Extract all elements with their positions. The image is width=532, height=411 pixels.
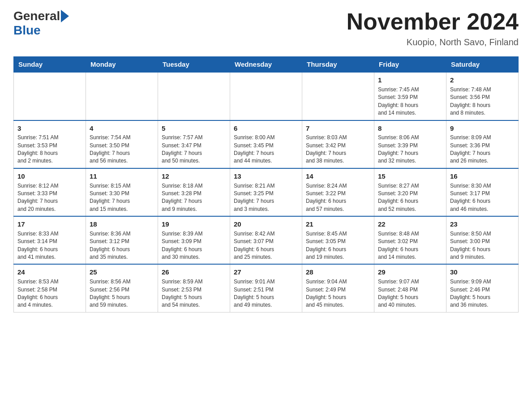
day-number: 3 xyxy=(17,124,82,133)
calendar-week-row: 3Sunrise: 7:51 AMSunset: 3:53 PMDaylight… xyxy=(14,120,519,168)
calendar-cell: 26Sunrise: 8:59 AMSunset: 2:53 PMDayligh… xyxy=(158,264,230,312)
day-number: 5 xyxy=(162,124,226,133)
calendar-cell: 10Sunrise: 8:12 AMSunset: 3:33 PMDayligh… xyxy=(14,168,86,216)
weekday-header-friday: Friday xyxy=(374,57,446,73)
day-number: 17 xyxy=(17,219,82,229)
day-info: Sunrise: 7:48 AMSunset: 3:56 PMDaylight:… xyxy=(450,86,515,117)
logo: General Blue xyxy=(13,9,70,38)
weekday-header-tuesday: Tuesday xyxy=(158,57,230,73)
day-number: 28 xyxy=(306,267,370,277)
day-number: 20 xyxy=(234,219,298,229)
day-info: Sunrise: 8:09 AMSunset: 3:36 PMDaylight:… xyxy=(450,134,515,165)
calendar-cell xyxy=(14,72,86,120)
day-number: 30 xyxy=(450,267,515,277)
day-number: 13 xyxy=(234,171,298,181)
day-info: Sunrise: 7:54 AMSunset: 3:50 PMDaylight:… xyxy=(90,134,154,165)
day-info: Sunrise: 9:04 AMSunset: 2:49 PMDaylight:… xyxy=(306,278,370,309)
day-info: Sunrise: 8:27 AMSunset: 3:20 PMDaylight:… xyxy=(378,182,442,214)
calendar-cell: 11Sunrise: 8:15 AMSunset: 3:30 PMDayligh… xyxy=(86,168,158,216)
calendar-cell: 14Sunrise: 8:24 AMSunset: 3:22 PMDayligh… xyxy=(302,168,374,216)
day-info: Sunrise: 8:45 AMSunset: 3:05 PMDaylight:… xyxy=(306,230,370,261)
day-number: 4 xyxy=(90,124,154,133)
calendar-cell: 5Sunrise: 7:57 AMSunset: 3:47 PMDaylight… xyxy=(158,120,230,168)
calendar-cell xyxy=(302,72,374,120)
calendar-cell: 13Sunrise: 8:21 AMSunset: 3:25 PMDayligh… xyxy=(230,168,302,216)
day-number: 10 xyxy=(17,171,82,181)
day-info: Sunrise: 8:03 AMSunset: 3:42 PMDaylight:… xyxy=(306,134,370,165)
calendar-cell: 8Sunrise: 8:06 AMSunset: 3:39 PMDaylight… xyxy=(374,120,446,168)
calendar-week-row: 17Sunrise: 8:33 AMSunset: 3:14 PMDayligh… xyxy=(14,216,519,264)
day-info: Sunrise: 8:06 AMSunset: 3:39 PMDaylight:… xyxy=(378,134,442,165)
day-number: 9 xyxy=(450,124,515,133)
calendar-cell: 4Sunrise: 7:54 AMSunset: 3:50 PMDaylight… xyxy=(86,120,158,168)
logo-blue-text: Blue xyxy=(13,23,41,38)
day-number: 12 xyxy=(162,171,226,181)
calendar-cell: 27Sunrise: 9:01 AMSunset: 2:51 PMDayligh… xyxy=(230,264,302,312)
day-info: Sunrise: 7:45 AMSunset: 3:59 PMDaylight:… xyxy=(378,86,442,117)
day-number: 2 xyxy=(450,75,515,85)
day-number: 8 xyxy=(378,124,442,133)
calendar-cell: 2Sunrise: 7:48 AMSunset: 3:56 PMDaylight… xyxy=(446,72,519,120)
weekday-header-monday: Monday xyxy=(86,57,158,73)
day-info: Sunrise: 8:24 AMSunset: 3:22 PMDaylight:… xyxy=(306,182,370,214)
calendar-week-row: 10Sunrise: 8:12 AMSunset: 3:33 PMDayligh… xyxy=(14,168,519,216)
day-info: Sunrise: 8:30 AMSunset: 3:17 PMDaylight:… xyxy=(450,182,515,214)
day-number: 18 xyxy=(90,219,154,229)
weekday-header-wednesday: Wednesday xyxy=(230,57,302,73)
calendar-cell: 3Sunrise: 7:51 AMSunset: 3:53 PMDaylight… xyxy=(14,120,86,168)
calendar-cell: 19Sunrise: 8:39 AMSunset: 3:09 PMDayligh… xyxy=(158,216,230,264)
day-number: 1 xyxy=(378,75,442,85)
day-number: 22 xyxy=(378,219,442,229)
day-info: Sunrise: 8:12 AMSunset: 3:33 PMDaylight:… xyxy=(17,182,82,214)
day-number: 27 xyxy=(234,267,298,277)
calendar-cell: 16Sunrise: 8:30 AMSunset: 3:17 PMDayligh… xyxy=(446,168,519,216)
calendar-week-row: 24Sunrise: 8:53 AMSunset: 2:58 PMDayligh… xyxy=(14,264,519,312)
calendar-cell: 12Sunrise: 8:18 AMSunset: 3:28 PMDayligh… xyxy=(158,168,230,216)
calendar-cell: 28Sunrise: 9:04 AMSunset: 2:49 PMDayligh… xyxy=(302,264,374,312)
day-number: 25 xyxy=(90,267,154,277)
day-number: 7 xyxy=(306,124,370,133)
day-info: Sunrise: 7:51 AMSunset: 3:53 PMDaylight:… xyxy=(17,134,82,165)
calendar-cell: 29Sunrise: 9:07 AMSunset: 2:48 PMDayligh… xyxy=(374,264,446,312)
day-info: Sunrise: 9:09 AMSunset: 2:46 PMDaylight:… xyxy=(450,278,515,309)
calendar-cell xyxy=(158,72,230,120)
day-info: Sunrise: 9:01 AMSunset: 2:51 PMDaylight:… xyxy=(234,278,298,309)
calendar-table: SundayMondayTuesdayWednesdayThursdayFrid… xyxy=(13,56,519,313)
calendar-cell: 25Sunrise: 8:56 AMSunset: 2:56 PMDayligh… xyxy=(86,264,158,312)
weekday-header-thursday: Thursday xyxy=(302,57,374,73)
calendar-cell: 7Sunrise: 8:03 AMSunset: 3:42 PMDaylight… xyxy=(302,120,374,168)
day-info: Sunrise: 8:36 AMSunset: 3:12 PMDaylight:… xyxy=(90,230,154,261)
calendar-cell: 22Sunrise: 8:48 AMSunset: 3:02 PMDayligh… xyxy=(374,216,446,264)
day-info: Sunrise: 8:18 AMSunset: 3:28 PMDaylight:… xyxy=(162,182,226,214)
location-subtitle: Kuopio, North Savo, Finland xyxy=(347,37,519,47)
calendar-cell: 20Sunrise: 8:42 AMSunset: 3:07 PMDayligh… xyxy=(230,216,302,264)
logo-general-text: General xyxy=(13,9,60,23)
calendar-cell xyxy=(86,72,158,120)
calendar-cell: 18Sunrise: 8:36 AMSunset: 3:12 PMDayligh… xyxy=(86,216,158,264)
day-info: Sunrise: 8:21 AMSunset: 3:25 PMDaylight:… xyxy=(234,182,298,214)
calendar-cell: 30Sunrise: 9:09 AMSunset: 2:46 PMDayligh… xyxy=(446,264,519,312)
day-number: 26 xyxy=(162,267,226,277)
title-area: November 2024 Kuopio, North Savo, Finlan… xyxy=(347,9,519,47)
day-info: Sunrise: 8:15 AMSunset: 3:30 PMDaylight:… xyxy=(90,182,154,214)
calendar-cell: 6Sunrise: 8:00 AMSunset: 3:45 PMDaylight… xyxy=(230,120,302,168)
day-info: Sunrise: 7:57 AMSunset: 3:47 PMDaylight:… xyxy=(162,134,226,165)
day-info: Sunrise: 8:33 AMSunset: 3:14 PMDaylight:… xyxy=(17,230,82,261)
day-number: 29 xyxy=(378,267,442,277)
day-number: 24 xyxy=(17,267,82,277)
day-number: 14 xyxy=(306,171,370,181)
day-info: Sunrise: 8:53 AMSunset: 2:58 PMDaylight:… xyxy=(17,278,82,309)
day-number: 19 xyxy=(162,219,226,229)
day-info: Sunrise: 8:39 AMSunset: 3:09 PMDaylight:… xyxy=(162,230,226,261)
day-number: 16 xyxy=(450,171,515,181)
calendar-cell: 24Sunrise: 8:53 AMSunset: 2:58 PMDayligh… xyxy=(14,264,86,312)
calendar-cell: 1Sunrise: 7:45 AMSunset: 3:59 PMDaylight… xyxy=(374,72,446,120)
logo-arrow-icon xyxy=(61,10,69,22)
day-number: 6 xyxy=(234,124,298,133)
weekday-header-sunday: Sunday xyxy=(14,57,86,73)
calendar-cell xyxy=(230,72,302,120)
weekday-header-row: SundayMondayTuesdayWednesdayThursdayFrid… xyxy=(14,57,519,73)
calendar-cell: 15Sunrise: 8:27 AMSunset: 3:20 PMDayligh… xyxy=(374,168,446,216)
day-info: Sunrise: 9:07 AMSunset: 2:48 PMDaylight:… xyxy=(378,278,442,309)
day-number: 11 xyxy=(90,171,154,181)
